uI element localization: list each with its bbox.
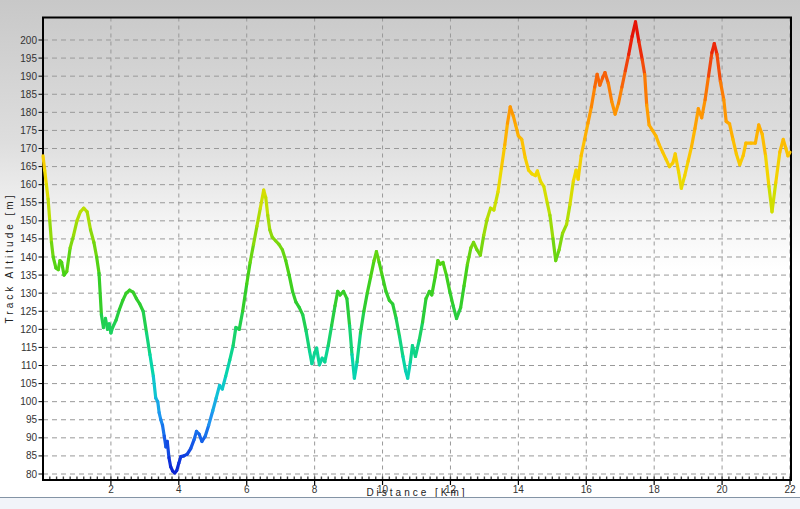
track-segment [150, 355, 153, 377]
y-tick-label: 180 [20, 107, 37, 118]
track-segment [467, 248, 470, 264]
track-segment [766, 156, 769, 187]
track-segment [364, 293, 367, 311]
track-segment [354, 362, 357, 378]
track-segment [332, 306, 335, 326]
axis-ticks [39, 40, 791, 485]
x-tick-label: 20 [717, 484, 729, 495]
tick-labels: 8085909510010511011512012513013514014515… [20, 35, 796, 496]
track-segment [250, 244, 253, 262]
track-segment [367, 277, 370, 293]
track-altitude-line [43, 22, 790, 473]
track-segment [282, 250, 285, 261]
track-segment [357, 333, 360, 362]
track-segment [636, 22, 639, 42]
track-segment [393, 304, 396, 318]
track-segment [226, 360, 230, 376]
track-segment [289, 275, 292, 291]
track-segment [266, 197, 268, 215]
y-tick-label: 140 [20, 252, 37, 263]
track-segment [547, 203, 550, 216]
track-segment [480, 235, 483, 255]
x-tick-label: 2 [108, 484, 114, 495]
track-segment [247, 262, 250, 284]
track-segment [97, 257, 99, 273]
track-segment [74, 221, 77, 235]
x-tick-label: 8 [312, 484, 318, 495]
track-segment [505, 123, 508, 145]
track-segment [239, 311, 242, 329]
track-segment [688, 147, 691, 161]
track-segment [325, 346, 328, 362]
y-tick-label: 145 [20, 233, 37, 244]
y-tick-label: 200 [20, 35, 37, 46]
track-segment [714, 44, 717, 55]
track-segment [484, 219, 487, 235]
track-segment [457, 308, 461, 319]
track-segment [464, 264, 467, 286]
track-segment [702, 100, 705, 118]
track-segment [501, 145, 504, 169]
altitude-profile-chart: 8085909510010511011512012513013514014515… [0, 0, 800, 509]
track-segment [645, 74, 647, 105]
x-tick-label: 22 [784, 484, 796, 495]
y-tick-label: 185 [20, 89, 37, 100]
track-segment [205, 425, 208, 436]
track-segment [522, 139, 525, 157]
track-segment [243, 284, 247, 311]
track-segment [45, 170, 47, 184]
track-segment [685, 161, 688, 175]
track-segment [639, 42, 642, 60]
track-segment [257, 208, 260, 226]
track-segment [581, 139, 584, 155]
track-segment [733, 139, 736, 153]
track-segment [43, 156, 45, 170]
track-segment [383, 277, 386, 291]
track-segment [254, 226, 257, 244]
track-segment [675, 154, 678, 172]
track-segment [51, 243, 53, 257]
track-segment [720, 82, 723, 100]
track-segment [743, 143, 746, 156]
track-segment [213, 398, 216, 411]
track-segment [147, 333, 150, 355]
track-segment [286, 261, 289, 275]
y-tick-label: 125 [20, 306, 37, 317]
y-tick-label: 85 [26, 450, 38, 461]
track-segment [371, 261, 374, 277]
track-segment [724, 100, 726, 122]
track-segment [625, 54, 628, 70]
y-tick-label: 195 [20, 53, 37, 64]
y-tick-label: 165 [20, 161, 37, 172]
track-segment [588, 107, 591, 123]
track-segment [605, 73, 608, 84]
track-segment [233, 328, 236, 346]
y-tick-label: 160 [20, 179, 37, 190]
track-segment [209, 411, 213, 425]
track-segment [762, 134, 765, 156]
track-segment [622, 71, 625, 87]
x-tick-label: 4 [176, 484, 182, 495]
y-tick-label: 110 [21, 360, 37, 371]
track-segment [559, 233, 562, 249]
track-segment [53, 257, 56, 268]
track-segment [446, 275, 449, 291]
plot-frame [43, 18, 791, 481]
track-segment [705, 76, 708, 100]
track-segment [585, 123, 588, 139]
track-segment [619, 87, 622, 103]
track-segment [99, 273, 101, 315]
track-segment [578, 156, 581, 180]
track-segment [570, 181, 573, 205]
track-segment [435, 261, 438, 277]
bottom-strip [0, 498, 800, 509]
track-segment [642, 60, 644, 74]
track-segment [87, 212, 90, 230]
track-segment [50, 221, 52, 243]
track-segment [461, 286, 464, 308]
track-segment [347, 299, 350, 326]
track-segment [494, 192, 498, 210]
track-segment [396, 318, 399, 336]
track-segment [516, 125, 519, 136]
track-segment [91, 230, 94, 243]
